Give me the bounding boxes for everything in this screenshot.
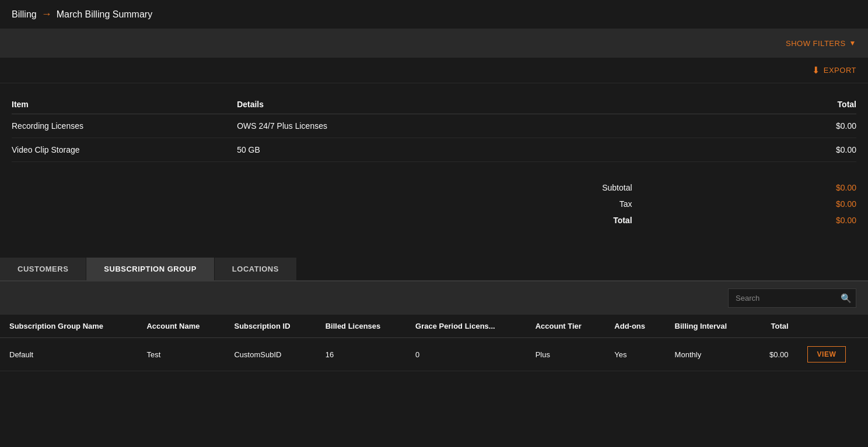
tabs-bar: CUSTOMERS SUBSCRIPTION GROUP LOCATIONS bbox=[0, 258, 868, 281]
tab-subscription-group[interactable]: SUBSCRIPTION GROUP bbox=[86, 258, 215, 280]
cell-account-name: Test bbox=[137, 338, 225, 371]
search-input[interactable] bbox=[728, 288, 856, 308]
cell-total: $0.00 bbox=[752, 338, 798, 371]
search-icon-button[interactable]: 🔍 bbox=[841, 293, 852, 304]
tab-locations[interactable]: LOCATIONS bbox=[215, 258, 297, 280]
cell-subscription-id: CustomSubID bbox=[225, 338, 316, 371]
cell-group-name: Default bbox=[0, 338, 137, 371]
breadcrumb-separator: → bbox=[41, 8, 52, 20]
total-value: $0.00 bbox=[644, 212, 856, 228]
table-row: Video Clip Storage 50 GB $0.00 bbox=[12, 138, 856, 162]
breadcrumb-current: March Billing Summary bbox=[57, 9, 152, 20]
col-header-grace-period: Grace Period Licens... bbox=[406, 315, 526, 338]
export-button[interactable]: ⬇ EXPORT bbox=[812, 65, 856, 76]
item-total: $0.00 bbox=[687, 138, 856, 162]
col-header-account-name: Account Name bbox=[137, 315, 225, 338]
col-header-total: Total bbox=[752, 315, 798, 338]
subscription-table: Subscription Group Name Account Name Sub… bbox=[0, 315, 868, 371]
search-icon: 🔍 bbox=[841, 293, 852, 303]
cell-billed-licenses: 16 bbox=[316, 338, 406, 371]
item-details: 50 GB bbox=[237, 138, 687, 162]
table-row: Default Test CustomSubID 16 0 Plus Yes M… bbox=[0, 338, 868, 371]
breadcrumb-parent[interactable]: Billing bbox=[12, 9, 37, 20]
col-header-account-tier: Account Tier bbox=[526, 315, 606, 338]
cell-account-tier: Plus bbox=[526, 338, 606, 371]
tax-label: Tax bbox=[378, 196, 644, 212]
show-filters-button[interactable]: SHOW FILTERS ▼ bbox=[786, 39, 856, 48]
tab-customers[interactable]: CUSTOMERS bbox=[0, 258, 86, 280]
total-label: Total bbox=[378, 212, 644, 228]
summary-section: Item Details Total Recording Licenses OW… bbox=[0, 83, 868, 174]
col-header-billed-licenses: Billed Licenses bbox=[316, 315, 406, 338]
col-header-billing-interval: Billing Interval bbox=[666, 315, 752, 338]
cell-billing-interval: Monthly bbox=[666, 338, 752, 371]
breadcrumb: Billing → March Billing Summary bbox=[0, 0, 868, 29]
item-details: OWS 24/7 Plus Licenses bbox=[237, 114, 687, 138]
export-bar: ⬇ EXPORT bbox=[0, 58, 868, 83]
chevron-down-icon: ▼ bbox=[849, 39, 856, 47]
subtotal-row: Subtotal $0.00 bbox=[378, 179, 856, 196]
tax-value: $0.00 bbox=[644, 196, 856, 212]
col-header-action bbox=[798, 315, 868, 338]
table-toolbar: 🔍 bbox=[0, 281, 868, 315]
table-row: Recording Licenses OWS 24/7 Plus License… bbox=[12, 114, 856, 138]
col-header-item: Item bbox=[12, 95, 237, 114]
search-wrapper: 🔍 bbox=[728, 288, 856, 308]
summary-table: Item Details Total Recording Licenses OW… bbox=[12, 95, 856, 162]
totals-table: Subtotal $0.00 Tax $0.00 Total $0.00 bbox=[378, 179, 856, 228]
subtotal-value: $0.00 bbox=[644, 179, 856, 196]
cell-addons: Yes bbox=[605, 338, 665, 371]
item-total: $0.00 bbox=[687, 114, 856, 138]
download-icon: ⬇ bbox=[812, 65, 820, 76]
subtotal-label: Subtotal bbox=[378, 179, 644, 196]
item-name: Recording Licenses bbox=[12, 114, 237, 138]
tax-row: Tax $0.00 bbox=[378, 196, 856, 212]
view-button[interactable]: VIEW bbox=[807, 346, 846, 362]
col-header-subscription-id: Subscription ID bbox=[225, 315, 316, 338]
cell-grace-period: 0 bbox=[406, 338, 526, 371]
export-label: EXPORT bbox=[824, 66, 856, 75]
filter-bar: SHOW FILTERS ▼ bbox=[0, 29, 868, 58]
data-table-section: Subscription Group Name Account Name Sub… bbox=[0, 315, 868, 371]
col-header-group-name: Subscription Group Name bbox=[0, 315, 137, 338]
total-row: Total $0.00 bbox=[378, 212, 856, 228]
col-header-details: Details bbox=[237, 95, 687, 114]
col-header-total: Total bbox=[687, 95, 856, 114]
cell-action: VIEW bbox=[798, 338, 868, 371]
show-filters-label: SHOW FILTERS bbox=[786, 39, 846, 48]
totals-section: Subtotal $0.00 Tax $0.00 Total $0.00 bbox=[0, 174, 868, 240]
col-header-addons: Add-ons bbox=[605, 315, 665, 338]
item-name: Video Clip Storage bbox=[12, 138, 237, 162]
